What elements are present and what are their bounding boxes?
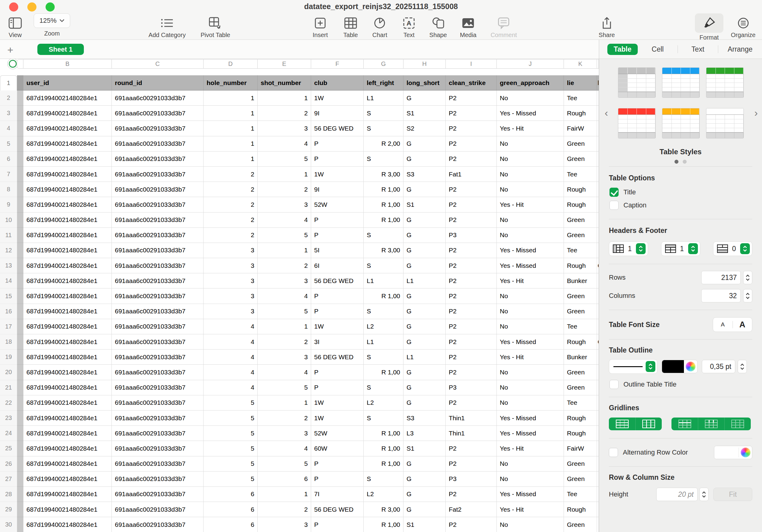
cell-shot_number[interactable]: 2 — [258, 258, 311, 273]
column-letter-e[interactable]: E — [258, 59, 311, 69]
header-rows-stepper[interactable] — [688, 243, 698, 254]
outline-color-swatch[interactable] — [662, 360, 684, 373]
header-cell-round_id[interactable]: round_id — [112, 75, 203, 91]
cell-round_id[interactable]: 691aaa6c00291033d3b7 — [112, 350, 203, 365]
cell-club[interactable]: P — [311, 304, 364, 319]
rows-stepper[interactable] — [743, 271, 752, 284]
cell-lie[interactable]: Tee — [564, 167, 597, 182]
cell-club[interactable]: P — [311, 213, 364, 228]
cell-round_id[interactable]: 691aaa6c00291033d3b7 — [112, 213, 203, 228]
cell-user_id[interactable]: 687d19940021480284e1 — [23, 289, 112, 304]
cell-club[interactable]: 5I — [311, 243, 364, 258]
cell-clean_strike[interactable]: P2 — [446, 136, 497, 152]
header-columns-stepper[interactable] — [636, 243, 646, 254]
cell-user_id[interactable]: 687d19940021480284e1 — [23, 441, 112, 456]
page-dot[interactable] — [683, 160, 687, 164]
cell-left_right[interactable]: L2 — [364, 487, 404, 502]
cell-hole_number[interactable]: 1 — [203, 136, 258, 152]
cell-clean_strike[interactable]: Fat1 — [446, 167, 497, 182]
cell-left_right[interactable]: S — [364, 228, 404, 243]
cell-user_id[interactable]: 687d19940021480284e1 — [23, 411, 112, 426]
cell-left_right[interactable]: R 3,00 — [364, 243, 404, 258]
cell-clean_strike[interactable]: Fat2 — [446, 502, 497, 517]
cell-left_right[interactable]: S — [364, 121, 404, 136]
styles-next-icon[interactable]: › — [754, 107, 758, 119]
cell-club[interactable]: 1W — [311, 91, 364, 106]
share-button[interactable]: Share — [598, 15, 615, 38]
header-cell-green_approach[interactable]: green_approach — [497, 75, 564, 91]
cell-clean_strike[interactable]: P2 — [446, 456, 497, 472]
row-number-25[interactable]: 25 — [0, 441, 17, 456]
font-larger-button[interactable]: A — [733, 320, 752, 329]
header-cell-shot_number[interactable]: shot_number — [258, 75, 311, 91]
cell-hole_number[interactable]: 2 — [203, 213, 258, 228]
cell-green_approach[interactable]: No — [497, 91, 564, 106]
cell-lie[interactable]: Tee — [564, 395, 597, 411]
tab-cell[interactable]: Cell — [638, 45, 677, 53]
cell-hole_number[interactable]: 1 — [203, 91, 258, 106]
cell-left_right[interactable]: R 3,00 — [364, 167, 404, 182]
cell-round_id[interactable]: 691aaa6c00291033d3b7 — [112, 304, 203, 319]
cell-user_id[interactable]: 687d19940021480284e1 — [23, 152, 112, 167]
shape-button[interactable]: Shape — [429, 15, 447, 38]
cell-club[interactable]: P — [311, 472, 364, 487]
cell-shot_number[interactable]: 3 — [258, 517, 311, 532]
cell-hole_number[interactable]: 5 — [203, 395, 258, 411]
cell-user_id[interactable]: 687d19940021480284e1 — [23, 517, 112, 532]
column-letter-j[interactable]: J — [497, 59, 564, 69]
outline-width-stepper[interactable] — [738, 360, 747, 373]
row-number-27[interactable]: 27 — [0, 472, 17, 487]
cell-green_approach[interactable]: No — [497, 472, 564, 487]
cell-club[interactable]: 1W — [311, 411, 364, 426]
zoom-dropdown[interactable]: 125% — [34, 13, 70, 28]
cell-user_id[interactable]: 687d19940021480284e1 — [23, 91, 112, 106]
cell-lie[interactable]: Green — [564, 152, 597, 167]
cell-hole_number[interactable]: 3 — [203, 304, 258, 319]
cell-clean_strike[interactable]: P2 — [446, 243, 497, 258]
cell-club[interactable]: P — [311, 517, 364, 532]
column-letter-k[interactable]: K — [564, 59, 597, 69]
cell-round_id[interactable]: 691aaa6c00291033d3b7 — [112, 334, 203, 350]
cell-lie[interactable]: Green — [564, 228, 597, 243]
footer-rows-stepper[interactable] — [740, 243, 750, 254]
cell-long_short[interactable]: S2 — [404, 121, 446, 136]
cell-club[interactable]: 52W — [311, 197, 364, 212]
row-number-8[interactable]: 8 — [0, 182, 17, 197]
cell-long_short[interactable]: G — [404, 502, 446, 517]
cell-shot_number[interactable]: 1 — [258, 319, 311, 334]
cell-long_short[interactable]: G — [404, 289, 446, 304]
outline-style-dropdown[interactable] — [609, 359, 657, 374]
cell-club[interactable]: 3I — [311, 334, 364, 350]
cell-clean_strike[interactable]: P2 — [446, 91, 497, 106]
header-cell-long_short[interactable]: long_short — [404, 75, 446, 91]
cell-club[interactable]: 56 DEG WED — [311, 273, 364, 289]
cell-club[interactable]: P — [311, 380, 364, 395]
cell-long_short[interactable]: G — [404, 319, 446, 334]
cell-round_id[interactable]: 691aaa6c00291033d3b7 — [112, 228, 203, 243]
cell-hole_number[interactable]: 3 — [203, 289, 258, 304]
cell-club[interactable]: 60W — [311, 441, 364, 456]
column-letter-i[interactable]: I — [446, 59, 497, 69]
cell-long_short[interactable]: G — [404, 334, 446, 350]
cell-lie[interactable]: Green — [564, 456, 597, 472]
sheet-tab[interactable]: Sheet 1 — [38, 44, 84, 55]
cell-lie[interactable]: FairW — [564, 441, 597, 456]
cell-left_right[interactable]: L2 — [364, 395, 404, 411]
cell-green_approach[interactable]: Yes - Missed — [497, 426, 564, 441]
cell-lie[interactable]: Bunker — [564, 350, 597, 365]
cell-left_right[interactable]: R 1,00 — [364, 456, 404, 472]
cell-round_id[interactable]: 691aaa6c00291033d3b7 — [112, 258, 203, 273]
add-sheet-button[interactable]: + — [7, 44, 13, 56]
cell-clean_strike[interactable]: P2 — [446, 258, 497, 273]
cell-long_short[interactable]: L3 — [404, 426, 446, 441]
cell-clean_strike[interactable]: P2 — [446, 319, 497, 334]
cell-user_id[interactable]: 687d19940021480284e1 — [23, 228, 112, 243]
tab-text[interactable]: Text — [678, 45, 718, 53]
cell-round_id[interactable]: 691aaa6c00291033d3b7 — [112, 273, 203, 289]
cell-hole_number[interactable]: 5 — [203, 426, 258, 441]
cell-hole_number[interactable]: 2 — [203, 167, 258, 182]
cell-club[interactable]: 1W — [311, 319, 364, 334]
tab-arrange[interactable]: Arrange — [718, 45, 762, 53]
cell-lie[interactable]: Rough — [564, 258, 597, 273]
cell-clean_strike[interactable]: P2 — [446, 182, 497, 197]
